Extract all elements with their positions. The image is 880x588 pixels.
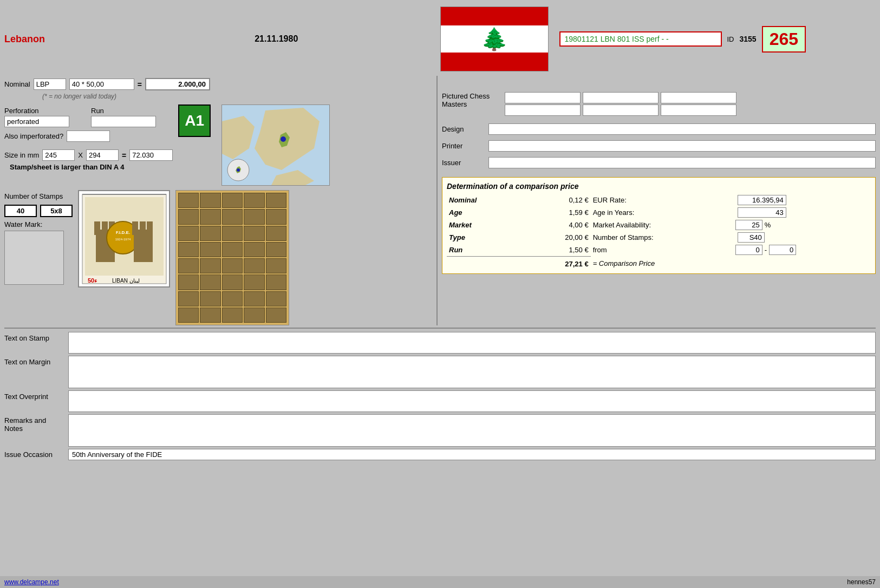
a1-badge: A1 [178, 104, 211, 137]
svg-text:50ء: 50ء [88, 277, 97, 284]
text-overprint-label: Text Overprint [4, 390, 64, 401]
currency-input[interactable] [34, 79, 66, 90]
eur-rate-input[interactable] [738, 195, 786, 205]
size-width-input[interactable] [42, 149, 75, 161]
lebanon-flag: 🌲 [440, 6, 549, 71]
determination-box: Determination of a comparison price Nomi… [442, 177, 876, 274]
eur-rate-label: EUR Rate: [591, 194, 735, 206]
size-note: Stamp/sheet is larger than DIN A 4 [10, 163, 124, 171]
svg-point-6 [281, 136, 286, 142]
stamps-count-label: Number of Stamps [4, 192, 63, 200]
nominal-note: (* = no longer valid today) [4, 93, 432, 100]
big-number-box: 265 [762, 26, 806, 53]
size-x: X [78, 151, 83, 159]
run-from-input[interactable] [735, 245, 762, 255]
also-imperf-input[interactable] [67, 130, 110, 142]
svg-point-9 [237, 168, 240, 172]
issue-code-box[interactable]: 19801121 LBN 801 ISS perf - - [559, 31, 722, 47]
design-label: Design [442, 125, 485, 133]
issuer-input[interactable] [488, 157, 876, 168]
svg-text:F.I.D.E.: F.I.D.E. [115, 230, 129, 235]
watermark-label: Water Mark: [4, 220, 42, 228]
svg-text:1924-1974: 1924-1974 [115, 238, 131, 241]
text-on-stamp-input[interactable] [68, 332, 876, 354]
run-input[interactable] [91, 116, 156, 127]
age-det-value: 1,59 € [518, 206, 591, 219]
market-avail-input[interactable] [735, 220, 762, 230]
remarks-input[interactable] [68, 414, 876, 447]
chess-input-3[interactable] [661, 92, 736, 103]
printer-label: Printer [442, 142, 485, 150]
perforation-input[interactable] [4, 116, 69, 127]
stamp-arrangement-box: 5x8 [40, 205, 73, 217]
issue-occasion-label: Issue Occasion [4, 450, 64, 459]
text-on-stamp-label: Text on Stamp [4, 332, 64, 342]
issuer-label: Issuer [442, 159, 485, 167]
date-display: 21.11.1980 [118, 34, 435, 44]
comparison-price-label: = Comparison Price [591, 256, 871, 269]
size-label: Size in mm [4, 151, 39, 159]
determination-title: Determination of a comparison price [447, 182, 871, 191]
num-stamps-input[interactable] [738, 232, 765, 243]
text-on-margin-input[interactable] [68, 356, 876, 388]
from-label: from [593, 246, 607, 254]
nominal-label: Nominal [4, 80, 30, 88]
num-stamps-label: Number of Stamps: [591, 231, 735, 244]
remarks-label: Remarks and Notes [4, 414, 64, 433]
chess-masters-label: Pictured Chess Masters [442, 92, 501, 108]
design-input[interactable] [488, 123, 876, 135]
svg-rect-21 [132, 221, 138, 235]
svg-text:LIBAN لبنان: LIBAN لبنان [112, 278, 140, 284]
total-value: 27,21 € [447, 256, 591, 269]
svg-rect-14 [94, 221, 100, 235]
footer: www.delcampe.net hennes57 [0, 576, 880, 588]
footer-website[interactable]: www.delcampe.net [4, 578, 59, 586]
age-years-label: Age in Years: [591, 206, 735, 219]
svg-rect-22 [140, 221, 146, 235]
cedar-icon: 🌲 [481, 28, 508, 50]
age-det-label: Age [447, 206, 518, 219]
run-dash: - [765, 246, 767, 254]
nominal-det-label: Nominal [447, 194, 518, 206]
size-equals: = [122, 151, 126, 160]
run-det-label: Run [447, 244, 518, 256]
market-avail-label: Market Availability: [591, 219, 735, 231]
svg-rect-23 [147, 221, 153, 235]
percent-unit: % [765, 221, 771, 229]
run-label: Run [91, 107, 156, 115]
chess-input-4[interactable] [505, 104, 581, 116]
chess-input-1[interactable] [505, 92, 581, 103]
result-box: 2.000,00 [145, 78, 210, 90]
footer-user: hennes57 [847, 578, 876, 586]
text-on-margin-label: Text on Margin [4, 356, 64, 366]
id-label: ID [727, 35, 734, 43]
size-height-input[interactable] [86, 149, 119, 161]
stamp-count-box: 40 [4, 205, 37, 217]
chess-input-6[interactable] [661, 104, 736, 116]
also-imperf-label: Also imperforated? [4, 132, 63, 140]
chess-input-2[interactable] [583, 92, 659, 103]
type-det-label: Type [447, 231, 518, 244]
type-det-value: 20,00 € [518, 231, 591, 244]
chess-input-5[interactable] [583, 104, 659, 116]
equals-sign: = [138, 80, 142, 89]
country-title: Lebanon [4, 34, 113, 45]
map-container [221, 104, 330, 186]
printer-input[interactable] [488, 140, 876, 152]
formula-input[interactable] [69, 79, 134, 90]
run-det-value: 1,50 € [518, 244, 591, 256]
run-to-input[interactable] [769, 245, 796, 255]
stamp-sheet-image [175, 190, 289, 325]
issue-occasion-input[interactable] [68, 449, 876, 460]
nominal-det-value: 0,12 € [518, 194, 591, 206]
age-years-input[interactable] [738, 207, 786, 218]
id-number: 3155 [740, 35, 757, 43]
perforation-label: Perforation [4, 107, 69, 115]
watermark-box [4, 231, 64, 285]
size-area-input[interactable] [129, 149, 173, 161]
single-stamp-image: F.I.D.E. 1924-1974 50ء LIBAN لبنان [78, 190, 170, 288]
market-det-value: 4,00 € [518, 219, 591, 231]
market-det-label: Market [447, 219, 518, 231]
text-overprint-input[interactable] [68, 390, 876, 412]
